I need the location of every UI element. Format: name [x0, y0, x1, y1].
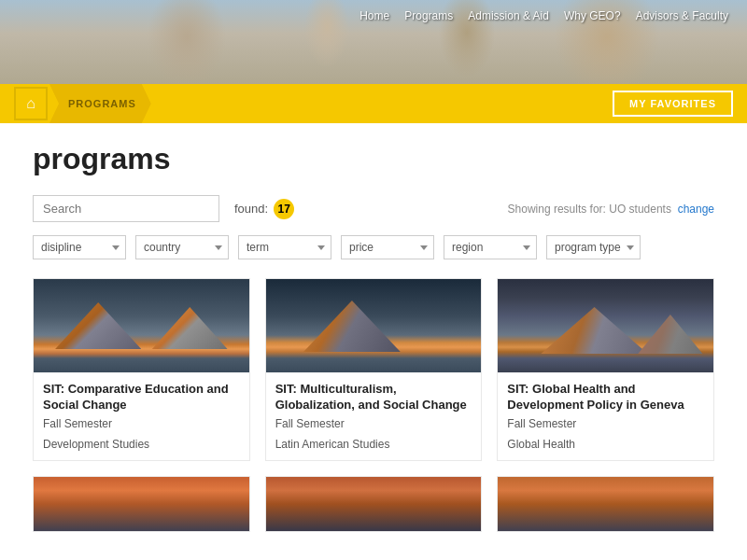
nav-why-geo[interactable]: Why GEO? [564, 9, 621, 22]
search-input[interactable] [33, 195, 219, 222]
home-breadcrumb[interactable]: ⌂ [14, 87, 48, 120]
mountain-image-3 [498, 279, 713, 372]
mountain-image-2 [266, 279, 482, 372]
bottom-row [33, 476, 714, 532]
main-nav: Home Programs Admission & Aid Why GEO? A… [359, 9, 728, 22]
breadcrumb-label: PROGRAMS [68, 98, 136, 109]
program-title: SIT: Global Health and Development Polic… [507, 382, 704, 413]
program-title: SIT: Comparative Education and Social Ch… [43, 382, 240, 413]
nav-advisors[interactable]: Advisors & Faculty [636, 9, 728, 22]
program-card[interactable]: SIT: Multiculturalism, Globalization, an… [265, 278, 483, 461]
search-row: found: 17 Showing results for: UO studen… [33, 195, 714, 222]
nav-admission[interactable]: Admission & Aid [468, 9, 549, 22]
program-discipline: Latin American Studies [275, 438, 472, 451]
program-image [34, 279, 249, 372]
program-discipline: Development Studies [43, 438, 240, 451]
program-card[interactable]: SIT: Comparative Education and Social Ch… [33, 278, 250, 461]
country-filter[interactable]: country [135, 235, 229, 259]
price-filter[interactable]: price [341, 235, 434, 259]
change-results-link[interactable]: change [678, 203, 714, 216]
program-discipline: Global Health [507, 438, 704, 451]
region-filter[interactable]: region [444, 235, 537, 259]
program-card[interactable]: SIT: Global Health and Development Polic… [497, 278, 714, 461]
program-image [498, 279, 713, 372]
mountain-image-1 [34, 279, 249, 372]
program-info: SIT: Multiculturalism, Globalization, an… [266, 372, 482, 460]
program-title: SIT: Multiculturalism, Globalization, an… [275, 382, 472, 413]
home-icon: ⌂ [26, 95, 35, 112]
program-info: SIT: Global Health and Development Polic… [498, 372, 713, 460]
page-title: programs [33, 142, 714, 176]
my-favorites-button[interactable]: MY FAVORITES [613, 91, 733, 117]
bottom-card-2[interactable] [265, 476, 483, 532]
results-text: Showing results for: UO students [508, 203, 671, 216]
program-term: Fall Semester [275, 417, 472, 430]
bottom-card-3[interactable] [497, 476, 714, 532]
results-info: Showing results for: UO students change [508, 203, 714, 216]
bottom-card-1[interactable] [33, 476, 250, 532]
programs-grid: SIT: Comparative Education and Social Ch… [33, 278, 714, 461]
header: Home Programs Admission & Aid Why GEO? A… [0, 0, 747, 84]
discipline-filter[interactable]: disipline [33, 235, 126, 259]
filter-row: disipline country term price region prog… [33, 235, 714, 259]
nav-home[interactable]: Home [359, 9, 389, 22]
found-label: found: 17 [234, 199, 294, 219]
found-text: found: [234, 202, 268, 216]
program-image [266, 279, 482, 372]
main-content: programs found: 17 Showing results for: … [0, 123, 747, 551]
term-filter[interactable]: term [238, 235, 331, 259]
nav-programs[interactable]: Programs [404, 9, 453, 22]
program-type-filter[interactable]: program type [546, 235, 641, 259]
breadcrumb-bar: ⌂ PROGRAMS MY FAVORITES [0, 84, 747, 123]
program-term: Fall Semester [43, 417, 240, 430]
found-count-badge: 17 [274, 199, 294, 219]
program-term: Fall Semester [507, 417, 704, 430]
program-info: SIT: Comparative Education and Social Ch… [34, 372, 249, 460]
programs-breadcrumb[interactable]: PROGRAMS [49, 84, 151, 123]
